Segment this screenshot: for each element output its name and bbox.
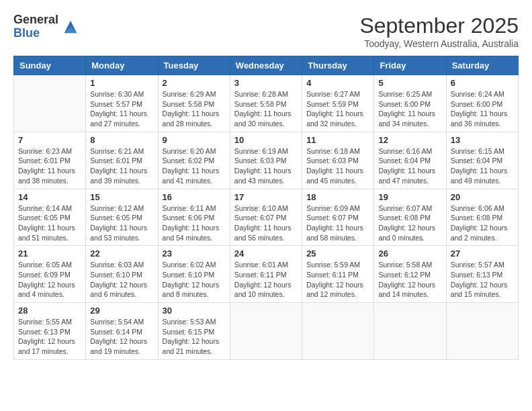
calendar-cell bbox=[14, 75, 86, 132]
day-header-monday: Monday bbox=[86, 56, 158, 75]
day-number: 18 bbox=[306, 192, 369, 202]
logo-general-text: General bbox=[13, 13, 58, 27]
title-block: September 2025 Toodyay, Western Australi… bbox=[359, 13, 519, 49]
calendar-cell: 29Sunrise: 5:54 AMSunset: 6:14 PMDayligh… bbox=[86, 303, 158, 360]
day-number: 7 bbox=[18, 135, 81, 145]
day-info: Sunrise: 6:14 AMSunset: 6:05 PMDaylight:… bbox=[18, 203, 81, 243]
day-info: Sunrise: 6:03 AMSunset: 6:10 PMDaylight:… bbox=[90, 260, 153, 300]
day-info: Sunrise: 6:28 AMSunset: 5:58 PMDaylight:… bbox=[234, 89, 298, 129]
day-info: Sunrise: 5:57 AMSunset: 6:13 PMDaylight:… bbox=[451, 260, 514, 300]
day-header-tuesday: Tuesday bbox=[158, 56, 230, 75]
logo-icon bbox=[61, 17, 80, 36]
day-number: 6 bbox=[451, 78, 514, 88]
calendar-cell: 24Sunrise: 6:01 AMSunset: 6:11 PMDayligh… bbox=[230, 246, 302, 303]
calendar-cell bbox=[446, 303, 518, 360]
calendar-cell: 10Sunrise: 6:19 AMSunset: 6:03 PMDayligh… bbox=[230, 132, 302, 189]
logo: General Blue bbox=[13, 13, 80, 40]
day-number: 25 bbox=[306, 248, 369, 259]
calendar-cell: 3Sunrise: 6:28 AMSunset: 5:58 PMDaylight… bbox=[230, 75, 302, 132]
day-number: 3 bbox=[234, 78, 298, 88]
calendar-cell: 11Sunrise: 6:18 AMSunset: 6:03 PMDayligh… bbox=[302, 132, 374, 189]
day-info: Sunrise: 6:29 AMSunset: 5:58 PMDaylight:… bbox=[163, 89, 226, 129]
day-info: Sunrise: 5:59 AMSunset: 6:11 PMDaylight:… bbox=[306, 260, 369, 300]
calendar-cell: 14Sunrise: 6:14 AMSunset: 6:05 PMDayligh… bbox=[14, 189, 86, 246]
day-number: 10 bbox=[234, 135, 298, 145]
calendar-cell: 30Sunrise: 5:53 AMSunset: 6:15 PMDayligh… bbox=[158, 303, 230, 360]
day-info: Sunrise: 6:19 AMSunset: 6:03 PMDaylight:… bbox=[234, 146, 298, 186]
calendar-week-row: 21Sunrise: 6:05 AMSunset: 6:09 PMDayligh… bbox=[14, 246, 519, 303]
day-info: Sunrise: 6:06 AMSunset: 6:08 PMDaylight:… bbox=[451, 203, 514, 243]
day-info: Sunrise: 6:27 AMSunset: 5:59 PMDaylight:… bbox=[306, 89, 369, 129]
day-info: Sunrise: 6:07 AMSunset: 6:08 PMDaylight:… bbox=[378, 203, 441, 243]
day-info: Sunrise: 5:58 AMSunset: 6:12 PMDaylight:… bbox=[378, 260, 441, 300]
calendar-cell: 8Sunrise: 6:21 AMSunset: 6:01 PMDaylight… bbox=[86, 132, 158, 189]
calendar-cell: 12Sunrise: 6:16 AMSunset: 6:04 PMDayligh… bbox=[374, 132, 446, 189]
day-number: 13 bbox=[451, 135, 514, 145]
calendar-week-row: 1Sunrise: 6:30 AMSunset: 5:57 PMDaylight… bbox=[14, 75, 519, 132]
day-number: 19 bbox=[378, 192, 441, 202]
day-number: 30 bbox=[163, 306, 226, 316]
day-number: 26 bbox=[378, 248, 441, 259]
calendar-cell: 19Sunrise: 6:07 AMSunset: 6:08 PMDayligh… bbox=[374, 189, 446, 246]
day-info: Sunrise: 6:15 AMSunset: 6:04 PMDaylight:… bbox=[451, 146, 514, 186]
calendar-cell: 15Sunrise: 6:12 AMSunset: 6:05 PMDayligh… bbox=[86, 189, 158, 246]
calendar-cell: 5Sunrise: 6:25 AMSunset: 6:00 PMDaylight… bbox=[374, 75, 446, 132]
day-header-thursday: Thursday bbox=[302, 56, 374, 75]
day-info: Sunrise: 6:02 AMSunset: 6:10 PMDaylight:… bbox=[163, 260, 226, 300]
calendar-cell: 4Sunrise: 6:27 AMSunset: 5:59 PMDaylight… bbox=[302, 75, 374, 132]
day-info: Sunrise: 6:01 AMSunset: 6:11 PMDaylight:… bbox=[234, 260, 298, 300]
day-info: Sunrise: 5:54 AMSunset: 6:14 PMDaylight:… bbox=[90, 317, 153, 357]
calendar-cell: 7Sunrise: 6:23 AMSunset: 6:01 PMDaylight… bbox=[14, 132, 86, 189]
calendar-cell: 16Sunrise: 6:11 AMSunset: 6:06 PMDayligh… bbox=[158, 189, 230, 246]
day-number: 4 bbox=[306, 78, 369, 88]
day-info: Sunrise: 6:11 AMSunset: 6:06 PMDaylight:… bbox=[163, 203, 226, 243]
calendar-header-row: SundayMondayTuesdayWednesdayThursdayFrid… bbox=[14, 56, 519, 75]
day-number: 11 bbox=[306, 135, 369, 145]
calendar-week-row: 14Sunrise: 6:14 AMSunset: 6:05 PMDayligh… bbox=[14, 189, 519, 246]
day-info: Sunrise: 6:25 AMSunset: 6:00 PMDaylight:… bbox=[378, 89, 441, 129]
calendar-cell: 21Sunrise: 6:05 AMSunset: 6:09 PMDayligh… bbox=[14, 246, 86, 303]
day-info: Sunrise: 6:10 AMSunset: 6:07 PMDaylight:… bbox=[234, 203, 298, 243]
day-info: Sunrise: 6:30 AMSunset: 5:57 PMDaylight:… bbox=[90, 89, 153, 129]
day-header-sunday: Sunday bbox=[14, 56, 86, 75]
day-number: 14 bbox=[18, 192, 81, 202]
day-number: 23 bbox=[163, 248, 226, 259]
calendar-table: SundayMondayTuesdayWednesdayThursdayFrid… bbox=[13, 56, 519, 360]
day-number: 21 bbox=[18, 248, 81, 259]
day-info: Sunrise: 6:09 AMSunset: 6:07 PMDaylight:… bbox=[306, 203, 369, 243]
page-header: General Blue September 2025 Toodyay, Wes… bbox=[13, 13, 519, 49]
month-title: September 2025 bbox=[359, 13, 519, 38]
day-number: 8 bbox=[90, 135, 153, 145]
calendar-cell: 20Sunrise: 6:06 AMSunset: 6:08 PMDayligh… bbox=[446, 189, 518, 246]
day-info: Sunrise: 5:55 AMSunset: 6:13 PMDaylight:… bbox=[18, 317, 81, 357]
day-number: 22 bbox=[90, 248, 153, 259]
calendar-cell: 22Sunrise: 6:03 AMSunset: 6:10 PMDayligh… bbox=[86, 246, 158, 303]
day-info: Sunrise: 6:05 AMSunset: 6:09 PMDaylight:… bbox=[18, 260, 81, 300]
logo-blue-text: Blue bbox=[13, 27, 58, 40]
calendar-cell: 6Sunrise: 6:24 AMSunset: 6:00 PMDaylight… bbox=[446, 75, 518, 132]
calendar-cell: 26Sunrise: 5:58 AMSunset: 6:12 PMDayligh… bbox=[374, 246, 446, 303]
calendar-week-row: 7Sunrise: 6:23 AMSunset: 6:01 PMDaylight… bbox=[14, 132, 519, 189]
calendar-cell: 18Sunrise: 6:09 AMSunset: 6:07 PMDayligh… bbox=[302, 189, 374, 246]
calendar-cell: 9Sunrise: 6:20 AMSunset: 6:02 PMDaylight… bbox=[158, 132, 230, 189]
calendar-cell: 28Sunrise: 5:55 AMSunset: 6:13 PMDayligh… bbox=[14, 303, 86, 360]
day-header-friday: Friday bbox=[374, 56, 446, 75]
calendar-cell: 23Sunrise: 6:02 AMSunset: 6:10 PMDayligh… bbox=[158, 246, 230, 303]
day-number: 5 bbox=[378, 78, 441, 88]
day-number: 27 bbox=[451, 248, 514, 259]
calendar-cell: 27Sunrise: 5:57 AMSunset: 6:13 PMDayligh… bbox=[446, 246, 518, 303]
day-number: 1 bbox=[90, 78, 153, 88]
day-number: 24 bbox=[234, 248, 298, 259]
day-number: 17 bbox=[234, 192, 298, 202]
day-header-wednesday: Wednesday bbox=[230, 56, 302, 75]
calendar-cell: 25Sunrise: 5:59 AMSunset: 6:11 PMDayligh… bbox=[302, 246, 374, 303]
calendar-cell bbox=[374, 303, 446, 360]
day-info: Sunrise: 6:20 AMSunset: 6:02 PMDaylight:… bbox=[163, 146, 226, 186]
day-header-saturday: Saturday bbox=[446, 56, 518, 75]
day-info: Sunrise: 5:53 AMSunset: 6:15 PMDaylight:… bbox=[163, 317, 226, 357]
day-number: 9 bbox=[163, 135, 226, 145]
location-subtitle: Toodyay, Western Australia, Australia bbox=[359, 38, 519, 49]
day-number: 15 bbox=[90, 192, 153, 202]
day-info: Sunrise: 6:24 AMSunset: 6:00 PMDaylight:… bbox=[451, 89, 514, 129]
day-number: 12 bbox=[378, 135, 441, 145]
